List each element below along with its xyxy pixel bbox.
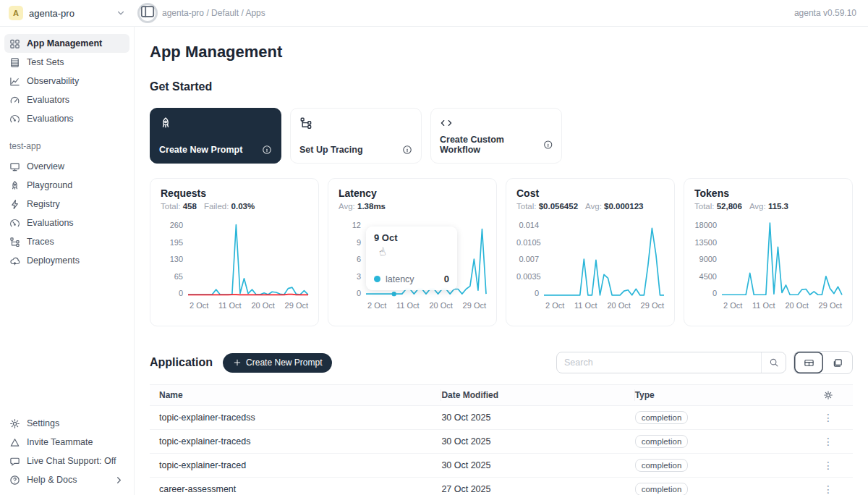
view-switcher [793,351,853,374]
type-badge: completion [635,411,689,424]
chevron-right-icon [114,475,124,486]
triangle-icon [9,437,20,448]
gauge-icon [9,95,20,106]
sidebar-item-help-docs[interactable]: Help & Docs [4,470,129,489]
workspace-switcher[interactable]: A agenta-pro [0,0,135,26]
sidebar: App ManagementTest SetsObservabilityEval… [0,27,135,495]
sidebar-item-label: Traces [27,237,54,247]
sidebar-item-app-management[interactable]: App Management [4,34,129,53]
sidebar-app-label: test-app [4,128,129,157]
workspace-name: agenta-pro [29,8,110,19]
breadcrumb[interactable]: agenta-pro / Default / Apps [162,8,794,18]
card-view-icon [833,358,843,368]
x-axis-ticks: 2 Oct11 Oct20 Oct29 Oct [694,301,842,310]
sidebar-item-traces[interactable]: Traces [4,232,129,251]
card-label: Create New Prompt [159,145,242,155]
version-label: agenta v0.59.10 [794,8,868,18]
date-modified-cell: 30 Oct 2025 [441,460,634,470]
x-axis-ticks: 2 Oct11 Oct20 Oct29 Oct [339,301,486,310]
sidebar-item-evaluators[interactable]: Evaluators [4,90,129,109]
sidebar-item-playground[interactable]: Playground [4,176,129,195]
get-started-card-create-new-prompt[interactable]: Create New Prompt [150,108,281,164]
tooltip-date: 9 Oct [374,232,449,243]
date-modified-cell: 30 Oct 2025 [441,436,634,447]
table-row[interactable]: topic-explainer-traceds30 Oct 2025comple… [150,430,853,454]
grid-icon [9,38,20,49]
card-view-button[interactable] [823,352,852,373]
metric-stats: Total: 52,806Avg: 115.3 [694,202,842,211]
search-button[interactable] [761,352,786,373]
col-header-type[interactable]: Type [635,390,804,400]
application-header: Application Create New Prompt [150,351,853,374]
code-icon [440,117,453,130]
application-heading: Application [150,356,213,369]
sidebar-item-label: Invite Teammate [27,437,93,447]
col-header-date-modified[interactable]: Date Modified [441,389,634,401]
sidebar-item-label: Live Chat Support: Off [27,456,116,466]
sidebar-item-deployments[interactable]: Deployments [4,251,129,270]
sidebar-item-label: Observability [27,76,79,86]
sidebar-item-overview[interactable]: Overview [4,157,129,176]
date-modified-cell: 27 Oct 2025 [441,484,634,494]
tree-icon [9,237,20,248]
table-header-row: Name Date Modified Type [150,384,853,406]
rocket-icon [9,180,20,191]
y-axis-ticks: 1800013500900045000 [694,221,722,297]
help-icon [9,475,20,486]
row-menu-dots-icon[interactable]: ⋮ [823,460,833,470]
search-input[interactable] [557,358,761,368]
table-settings-gear-icon[interactable] [823,390,833,400]
sidebar-item-evaluations[interactable]: Evaluations [4,213,129,232]
sidebar-item-label: Evaluators [27,95,69,105]
table-row[interactable]: career-assessment27 Oct 2025completion⋮ [150,478,853,495]
row-menu-dots-icon[interactable]: ⋮ [823,436,833,447]
app-name-cell: topic-explainer-traced [150,460,441,470]
table-view-icon [804,358,814,368]
metric-charts: RequestsTotal: 458Failed: 0.03%260195130… [150,178,853,326]
metric-stats: Total: $0.056452Avg: $0.000123 [516,202,664,211]
card-label: Create Custom Workflow [440,135,543,155]
sidebar-item-invite-teammate[interactable]: Invite Teammate [4,433,129,452]
search-icon [769,358,779,368]
sidebar-item-evaluations[interactable]: Evaluations [4,109,129,128]
app-root: A agenta-pro agenta-pro / Default / Apps… [0,0,868,495]
get-started-cards: Create New PromptSet Up TracingCreate Cu… [150,108,853,164]
create-new-prompt-button[interactable]: Create New Prompt [223,353,332,373]
gear-icon [9,418,20,429]
rocket-icon [159,117,172,130]
speedometer-icon [9,114,20,124]
sidebar-item-observability[interactable]: Observability [4,72,129,90]
y-axis-ticks: 0.0140.01050.0070.00350 [516,221,544,297]
test-sets-icon [9,57,20,68]
top-bar: A agenta-pro agenta-pro / Default / Apps… [0,0,868,27]
observability-icon [9,76,20,87]
row-menu-dots-icon[interactable]: ⋮ [823,412,833,423]
table-row[interactable]: topic-explainer-traced30 Oct 2025complet… [150,454,853,478]
sidebar-toggle-button[interactable] [137,3,158,23]
sidebar-item-label: Deployments [27,255,80,266]
metric-stats: Avg: 1.38ms [339,202,486,211]
info-icon [262,145,272,155]
sidebar-item-registry[interactable]: Registry [4,195,129,213]
sidebar-item-label: Test Sets [27,57,64,67]
info-icon [543,140,553,150]
col-header-name[interactable]: Name [150,389,441,401]
table-row[interactable]: topic-explainer-tracedss30 Oct 2025compl… [150,406,853,430]
sidebar-item-settings[interactable]: Settings [4,414,129,433]
sidebar-item-label: Evaluations [27,218,74,228]
line-chart [722,221,842,297]
sidebar-item-live-chat-support-off[interactable]: Live Chat Support: Off [4,452,129,470]
hand-cursor-icon: ☝ [378,245,387,259]
table-body: topic-explainer-tracedss30 Oct 2025compl… [150,406,853,495]
row-menu-dots-icon[interactable]: ⋮ [823,484,833,494]
get-started-card-set-up-tracing[interactable]: Set Up Tracing [290,108,422,164]
sidebar-item-test-sets[interactable]: Test Sets [4,53,129,72]
table-view-button[interactable] [794,352,823,373]
page-title: App Management [150,43,853,62]
line-chart [188,221,308,297]
tooltip-series-row: latency0 [374,274,449,284]
get-started-card-create-custom-workflow[interactable]: Create Custom Workflow [430,108,562,164]
metric-stats: Total: 458Failed: 0.03% [161,202,308,211]
tooltip-series-name: latency [386,274,414,284]
x-axis-ticks: 2 Oct11 Oct20 Oct29 Oct [161,301,308,310]
